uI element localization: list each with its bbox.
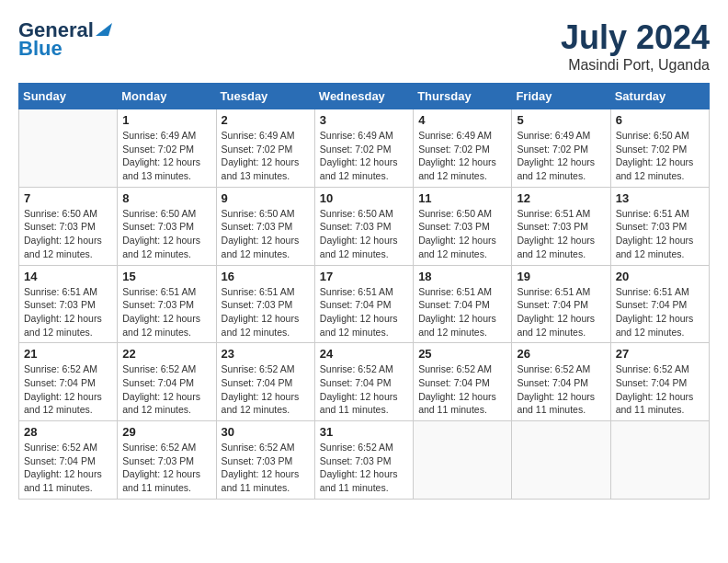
calendar-day-cell: 3Sunrise: 6:49 AM Sunset: 7:02 PM Daylig… (314, 109, 413, 188)
calendar-header-row: SundayMondayTuesdayWednesdayThursdayFrid… (19, 84, 710, 109)
day-info: Sunrise: 6:49 AM Sunset: 7:02 PM Dayligh… (320, 129, 408, 183)
calendar-day-cell: 25Sunrise: 6:52 AM Sunset: 7:04 PM Dayli… (414, 343, 512, 421)
day-info: Sunrise: 6:50 AM Sunset: 7:02 PM Dayligh… (616, 129, 704, 183)
day-number: 16 (222, 270, 310, 283)
day-number: 5 (517, 113, 605, 127)
calendar-day-cell: 28Sunrise: 6:52 AM Sunset: 7:04 PM Dayli… (19, 421, 118, 500)
day-number: 31 (320, 425, 408, 439)
day-number: 1 (122, 113, 210, 127)
calendar-week-row: 14Sunrise: 6:51 AM Sunset: 7:03 PM Dayli… (19, 265, 710, 343)
day-number: 8 (122, 191, 210, 205)
day-info: Sunrise: 6:49 AM Sunset: 7:02 PM Dayligh… (418, 129, 506, 183)
day-info: Sunrise: 6:52 AM Sunset: 7:04 PM Dayligh… (320, 362, 408, 417)
calendar-day-cell: 23Sunrise: 6:52 AM Sunset: 7:04 PM Dayli… (216, 343, 314, 421)
day-info: Sunrise: 6:51 AM Sunset: 7:04 PM Dayligh… (517, 285, 605, 339)
day-info: Sunrise: 6:51 AM Sunset: 7:03 PM Dayligh… (616, 207, 704, 261)
day-info: Sunrise: 6:52 AM Sunset: 7:03 PM Dayligh… (222, 441, 310, 495)
day-number: 14 (24, 270, 112, 283)
day-info: Sunrise: 6:51 AM Sunset: 7:03 PM Dayligh… (517, 207, 605, 261)
day-number: 6 (616, 113, 704, 127)
calendar-day-cell: 27Sunrise: 6:52 AM Sunset: 7:04 PM Dayli… (610, 343, 709, 421)
day-info: Sunrise: 6:52 AM Sunset: 7:04 PM Dayligh… (517, 362, 605, 417)
calendar-day-cell (19, 109, 118, 188)
day-info: Sunrise: 6:52 AM Sunset: 7:04 PM Dayligh… (122, 362, 210, 417)
calendar-day-cell (610, 421, 709, 500)
calendar-week-row: 28Sunrise: 6:52 AM Sunset: 7:04 PM Dayli… (19, 421, 710, 500)
calendar-day-cell: 17Sunrise: 6:51 AM Sunset: 7:04 PM Dayli… (314, 265, 413, 343)
calendar-day-cell: 2Sunrise: 6:49 AM Sunset: 7:02 PM Daylig… (216, 109, 314, 188)
calendar-day-cell: 1Sunrise: 6:49 AM Sunset: 7:02 PM Daylig… (118, 109, 216, 188)
calendar-day-header: Friday (512, 84, 610, 109)
calendar-day-header: Sunday (19, 84, 118, 109)
calendar-day-cell: 4Sunrise: 6:49 AM Sunset: 7:02 PM Daylig… (414, 109, 512, 188)
day-number: 25 (418, 347, 506, 361)
calendar-day-cell: 30Sunrise: 6:52 AM Sunset: 7:03 PM Dayli… (216, 421, 314, 500)
location-subtitle: Masindi Port, Uganda (561, 57, 710, 74)
calendar-day-cell: 26Sunrise: 6:52 AM Sunset: 7:04 PM Dayli… (512, 343, 610, 421)
calendar-day-cell: 13Sunrise: 6:51 AM Sunset: 7:03 PM Dayli… (610, 187, 709, 265)
day-number: 9 (222, 191, 310, 205)
day-number: 27 (616, 347, 704, 361)
day-number: 17 (320, 270, 408, 283)
calendar-day-header: Saturday (610, 84, 709, 109)
day-number: 3 (320, 113, 408, 127)
day-number: 13 (616, 191, 704, 205)
calendar-day-header: Thursday (414, 84, 512, 109)
calendar-day-header: Wednesday (314, 84, 413, 109)
page-header: General Blue July 2024 Masindi Port, Uga… (18, 18, 710, 74)
calendar-day-cell: 9Sunrise: 6:50 AM Sunset: 7:03 PM Daylig… (216, 187, 314, 265)
calendar-day-cell: 29Sunrise: 6:52 AM Sunset: 7:03 PM Dayli… (118, 421, 216, 500)
day-number: 22 (122, 347, 210, 361)
logo: General Blue (18, 18, 112, 61)
calendar-table: SundayMondayTuesdayWednesdayThursdayFrid… (18, 83, 710, 500)
day-info: Sunrise: 6:50 AM Sunset: 7:03 PM Dayligh… (222, 207, 310, 261)
calendar-day-header: Tuesday (216, 84, 314, 109)
day-number: 26 (517, 347, 605, 361)
calendar-day-cell: 6Sunrise: 6:50 AM Sunset: 7:02 PM Daylig… (610, 109, 709, 188)
calendar-day-cell: 10Sunrise: 6:50 AM Sunset: 7:03 PM Dayli… (314, 187, 413, 265)
calendar-day-cell: 20Sunrise: 6:51 AM Sunset: 7:04 PM Dayli… (610, 265, 709, 343)
day-info: Sunrise: 6:49 AM Sunset: 7:02 PM Dayligh… (222, 129, 310, 183)
day-info: Sunrise: 6:52 AM Sunset: 7:04 PM Dayligh… (24, 362, 112, 417)
calendar-day-cell: 11Sunrise: 6:50 AM Sunset: 7:03 PM Dayli… (414, 187, 512, 265)
calendar-day-cell: 16Sunrise: 6:51 AM Sunset: 7:03 PM Dayli… (216, 265, 314, 343)
day-info: Sunrise: 6:49 AM Sunset: 7:02 PM Dayligh… (122, 129, 210, 183)
calendar-day-cell (512, 421, 610, 500)
calendar-day-cell: 8Sunrise: 6:50 AM Sunset: 7:03 PM Daylig… (118, 187, 216, 265)
calendar-week-row: 1Sunrise: 6:49 AM Sunset: 7:02 PM Daylig… (19, 109, 710, 188)
day-info: Sunrise: 6:52 AM Sunset: 7:04 PM Dayligh… (24, 441, 112, 495)
day-number: 15 (122, 270, 210, 283)
calendar-day-cell: 12Sunrise: 6:51 AM Sunset: 7:03 PM Dayli… (512, 187, 610, 265)
calendar-day-header: Monday (118, 84, 216, 109)
logo-bird-icon (96, 19, 112, 38)
day-info: Sunrise: 6:51 AM Sunset: 7:03 PM Dayligh… (24, 285, 112, 339)
day-number: 4 (418, 113, 506, 127)
day-info: Sunrise: 6:50 AM Sunset: 7:03 PM Dayligh… (320, 207, 408, 261)
day-info: Sunrise: 6:51 AM Sunset: 7:04 PM Dayligh… (320, 285, 408, 339)
calendar-day-cell: 7Sunrise: 6:50 AM Sunset: 7:03 PM Daylig… (19, 187, 118, 265)
day-info: Sunrise: 6:50 AM Sunset: 7:03 PM Dayligh… (122, 207, 210, 261)
svg-marker-0 (96, 23, 112, 36)
day-number: 18 (418, 270, 506, 283)
calendar-day-cell: 24Sunrise: 6:52 AM Sunset: 7:04 PM Dayli… (314, 343, 413, 421)
day-info: Sunrise: 6:50 AM Sunset: 7:03 PM Dayligh… (24, 207, 112, 261)
calendar-body: 1Sunrise: 6:49 AM Sunset: 7:02 PM Daylig… (19, 109, 710, 500)
day-number: 28 (24, 425, 112, 439)
calendar-day-cell: 18Sunrise: 6:51 AM Sunset: 7:04 PM Dayli… (414, 265, 512, 343)
calendar-day-cell: 31Sunrise: 6:52 AM Sunset: 7:03 PM Dayli… (314, 421, 413, 500)
calendar-day-cell: 15Sunrise: 6:51 AM Sunset: 7:03 PM Dayli… (118, 265, 216, 343)
day-number: 24 (320, 347, 408, 361)
day-info: Sunrise: 6:52 AM Sunset: 7:04 PM Dayligh… (222, 362, 310, 417)
day-number: 12 (517, 191, 605, 205)
calendar-day-cell: 22Sunrise: 6:52 AM Sunset: 7:04 PM Dayli… (118, 343, 216, 421)
calendar-week-row: 21Sunrise: 6:52 AM Sunset: 7:04 PM Dayli… (19, 343, 710, 421)
day-info: Sunrise: 6:51 AM Sunset: 7:04 PM Dayligh… (418, 285, 506, 339)
day-number: 11 (418, 191, 506, 205)
day-info: Sunrise: 6:52 AM Sunset: 7:03 PM Dayligh… (122, 441, 210, 495)
day-info: Sunrise: 6:51 AM Sunset: 7:03 PM Dayligh… (122, 285, 210, 339)
day-number: 21 (24, 347, 112, 361)
day-info: Sunrise: 6:52 AM Sunset: 7:03 PM Dayligh… (320, 441, 408, 495)
day-info: Sunrise: 6:52 AM Sunset: 7:04 PM Dayligh… (418, 362, 506, 417)
day-number: 23 (222, 347, 310, 361)
calendar-day-cell (414, 421, 512, 500)
